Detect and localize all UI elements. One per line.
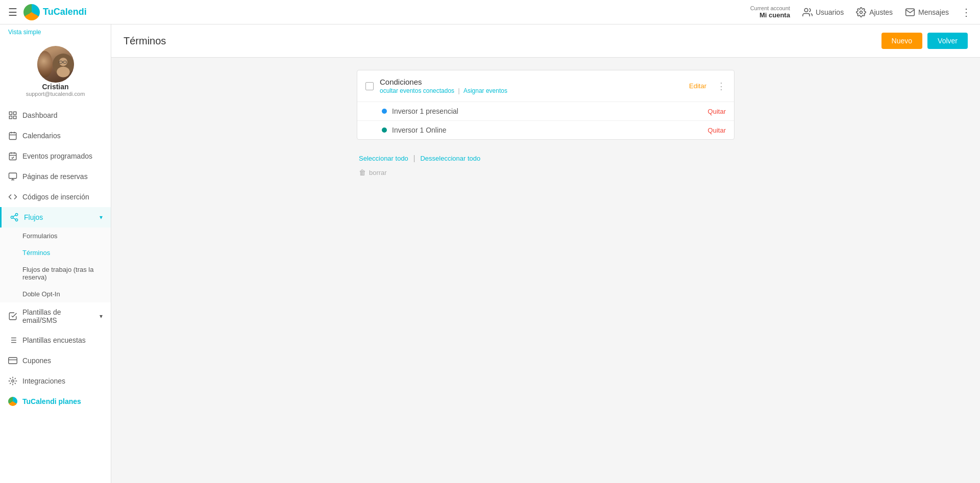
calendarios-label: Calendarios: [22, 132, 61, 140]
svg-point-4: [57, 67, 70, 78]
svg-point-0: [804, 8, 808, 12]
page-title: Términos: [124, 35, 166, 47]
bulk-delete[interactable]: 🗑 borrar: [359, 168, 732, 176]
deselect-all-link[interactable]: Desseleccionar todo: [420, 155, 480, 162]
sidebar-item-doble-optin[interactable]: Doble Opt-In: [0, 286, 111, 302]
event-1-quit[interactable]: Quitar: [708, 108, 726, 115]
sidebar-item-plantillas-encuestas[interactable]: Plantillas encuestas: [0, 330, 111, 350]
edit-link[interactable]: Editar: [689, 82, 706, 90]
sidebar-item-codigos[interactable]: Códigos de inserción: [0, 187, 111, 207]
event-dot-teal: [382, 128, 387, 133]
codigos-icon: [8, 192, 17, 201]
svg-line-27: [13, 215, 15, 217]
header-buttons: Nuevo Volver: [881, 33, 968, 49]
account-name[interactable]: Mi cuenta: [760, 11, 790, 19]
plantillas-email-icon: [8, 312, 17, 321]
account-label: Current account: [750, 5, 790, 11]
flujos-label: Flujos: [24, 213, 43, 221]
main-body: Condiciones ocultar eventos conectados |…: [111, 58, 980, 189]
nuevo-button[interactable]: Nuevo: [881, 33, 922, 49]
cupones-label: Cupones: [22, 357, 51, 365]
paginas-label: Páginas de reservas: [22, 172, 88, 181]
sidebar-item-paginas[interactable]: Páginas de reservas: [0, 166, 111, 187]
avatar: [37, 46, 74, 83]
hamburger-icon[interactable]: ☰: [8, 6, 17, 18]
bulk-actions: Seleccionar todo | Desseleccionar todo 🗑…: [357, 150, 734, 176]
vista-simple-link[interactable]: Vista simple: [0, 24, 111, 40]
planes-icon: [8, 397, 17, 406]
sidebar-item-flujos-trabajo[interactable]: Flujos de trabajo (tras la reserva): [0, 261, 111, 286]
sidebar-item-calendarios[interactable]: Calendarios: [0, 125, 111, 146]
planes-label: TuCalendi planes: [22, 397, 81, 405]
usuarios-label: Usuarios: [816, 8, 844, 16]
svg-point-36: [12, 380, 14, 383]
eventos-label: Eventos programados: [22, 152, 92, 160]
sidebar: Vista simple Cristian support@tucalendi.…: [0, 24, 111, 483]
svg-rect-10: [14, 116, 16, 119]
cupones-icon: [8, 356, 17, 365]
delete-label: borrar: [369, 169, 387, 176]
sidebar-item-integraciones[interactable]: Integraciones: [0, 371, 111, 391]
event-1-name: Inversor 1 presencial: [392, 107, 708, 115]
svg-rect-8: [9, 112, 12, 114]
account-info: Current account Mi cuenta: [750, 5, 790, 19]
term-card: Condiciones ocultar eventos conectados |…: [357, 70, 734, 140]
links-sep: |: [458, 87, 461, 94]
mensajes-nav[interactable]: Mensajes: [905, 7, 949, 17]
sidebar-item-plantillas-email[interactable]: Plantillas de email/SMS ▾: [0, 302, 111, 330]
svg-rect-9: [14, 112, 16, 114]
assign-events-link[interactable]: Asignar eventos: [463, 87, 507, 94]
more-icon[interactable]: ⋮: [961, 6, 972, 18]
svg-rect-12: [9, 133, 16, 140]
svg-rect-11: [9, 116, 12, 119]
plantillas-encuestas-label: Plantillas encuestas: [22, 336, 86, 344]
user-name: Cristian: [42, 83, 68, 91]
svg-point-25: [15, 219, 18, 221]
bulk-select-row: Seleccionar todo | Desseleccionar todo: [359, 150, 732, 166]
layout: Vista simple Cristian support@tucalendi.…: [0, 24, 980, 483]
user-profile: Cristian support@tucalendi.com: [0, 40, 111, 105]
integraciones-label: Integraciones: [22, 377, 65, 385]
svg-point-24: [11, 216, 13, 219]
sidebar-item-planes[interactable]: TuCalendi planes: [0, 391, 111, 412]
usuarios-icon: [802, 7, 813, 17]
mensajes-icon: [905, 7, 915, 17]
logo-text: TuCalendi: [43, 7, 87, 17]
usuarios-nav[interactable]: Usuarios: [802, 7, 844, 17]
event-dot-blue: [382, 109, 387, 114]
bulk-sep: |: [413, 154, 415, 162]
sidebar-item-dashboard[interactable]: Dashboard: [0, 105, 111, 125]
term-name-block: Condiciones ocultar eventos conectados |…: [380, 78, 683, 94]
sidebar-item-cupones[interactable]: Cupones: [0, 350, 111, 371]
term-links: ocultar eventos conectados | Asignar eve…: [380, 87, 683, 94]
topnav-right: Current account Mi cuenta Usuarios Ajust…: [750, 5, 972, 19]
plantillas-encuestas-icon: [8, 336, 17, 345]
select-all-link[interactable]: Seleccionar todo: [359, 155, 408, 162]
hide-events-link[interactable]: ocultar eventos conectados: [380, 87, 454, 94]
flujos-icon: [10, 213, 19, 222]
term-event-1: Inversor 1 presencial Quitar: [357, 101, 734, 120]
term-card-header: Condiciones ocultar eventos conectados |…: [357, 70, 734, 101]
dashboard-icon: [8, 111, 17, 120]
more-options-icon[interactable]: ⋮: [717, 81, 726, 92]
sidebar-item-eventos[interactable]: Eventos programados: [0, 146, 111, 166]
term-checkbox[interactable]: [365, 82, 374, 90]
event-2-quit[interactable]: Quitar: [708, 126, 726, 134]
svg-point-23: [15, 214, 18, 216]
user-email: support@tucalendi.com: [26, 91, 85, 97]
dashboard-label: Dashboard: [22, 111, 58, 119]
codigos-label: Códigos de inserción: [22, 193, 89, 201]
sidebar-item-terminos[interactable]: Términos: [0, 244, 111, 261]
sidebar-nav: Dashboard Calendarios Eventos programado…: [0, 105, 111, 483]
sidebar-item-flujos[interactable]: Flujos ▾: [0, 207, 111, 227]
ajustes-label: Ajustes: [869, 8, 893, 16]
sidebar-item-formularios[interactable]: Formularios: [0, 227, 111, 244]
ajustes-nav[interactable]: Ajustes: [856, 7, 893, 17]
term-event-2: Inversor 1 Online Quitar: [357, 120, 734, 139]
topnav: ☰ TuCalendi Current account Mi cuenta Us…: [0, 0, 980, 24]
svg-rect-16: [9, 153, 16, 160]
logo-link[interactable]: TuCalendi: [23, 4, 87, 20]
integraciones-icon: [8, 376, 17, 386]
volver-button[interactable]: Volver: [927, 33, 968, 49]
calendarios-icon: [8, 131, 17, 140]
